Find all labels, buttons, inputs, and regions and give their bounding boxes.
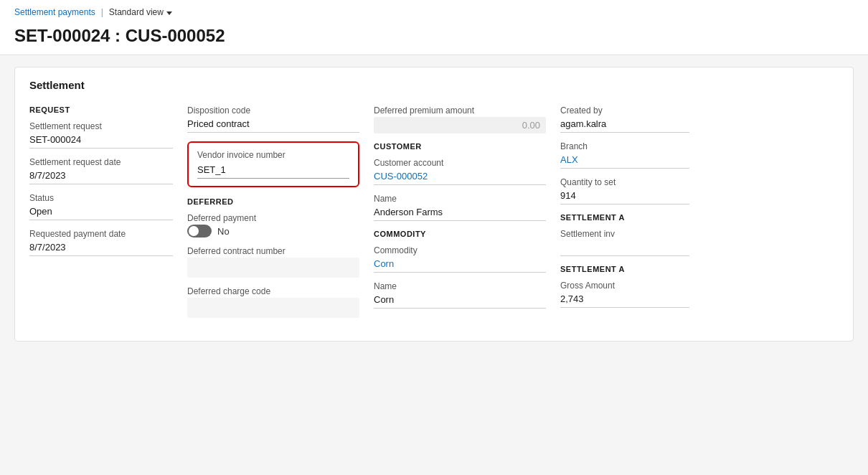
settlement-invoice-value: [560, 240, 689, 256]
settlement-request-value: SET-000024: [29, 133, 173, 149]
vendor-invoice-box[interactable]: Vendor invoice number SET_1: [187, 141, 359, 187]
deferred-payment-field: Deferred payment No: [187, 213, 359, 238]
gross-amount-value: 2,743: [560, 292, 689, 308]
customer-name-label: Name: [374, 194, 546, 204]
gross-amount-label: Gross Amount: [560, 281, 689, 291]
deferred-payment-toggle[interactable]: [187, 225, 212, 238]
vendor-invoice-label: Vendor invoice number: [197, 150, 349, 160]
breadcrumb: Settlement payments | Standard view: [14, 7, 854, 17]
created-by-value: agam.kalra: [560, 117, 689, 133]
deferred-contract-number-field: Deferred contract number: [187, 246, 359, 278]
settlement-request-label: Settlement request: [29, 121, 173, 131]
chevron-down-icon: [166, 11, 172, 15]
branch-label: Branch: [560, 141, 689, 151]
col-disposition: Disposition code Priced contract Vendor …: [187, 103, 374, 326]
col-created: Created by agam.kalra Branch ALX Quantit…: [560, 103, 704, 326]
status-label: Status: [29, 193, 173, 203]
top-bar: Settlement payments | Standard view SET-…: [0, 0, 868, 55]
settlement-a-section-label: SETTLEMENT A: [560, 265, 689, 273]
request-section-label: REQUEST: [29, 105, 173, 114]
settlement-invoice-field: Settlement inv: [560, 229, 689, 256]
customer-account-label: Customer account: [374, 158, 546, 168]
card-title: Settlement: [29, 79, 839, 91]
standard-view-dropdown[interactable]: Standard view: [109, 7, 172, 17]
created-by-label: Created by: [560, 105, 689, 116]
customer-name-field: Name Anderson Farms: [374, 194, 546, 221]
gross-amount-field: Gross Amount 2,743: [560, 281, 689, 308]
deferred-charge-code-value[interactable]: [187, 298, 359, 318]
settlement-request-date-value: 8/7/2023: [29, 169, 173, 184]
status-value: Open: [29, 204, 173, 220]
settlement-request-field: Settlement request SET-000024: [29, 121, 173, 149]
created-by-field: Created by agam.kalra: [560, 105, 689, 133]
commodity-name-value: Corn: [374, 293, 546, 309]
requested-payment-date-field: Requested payment date 8/7/2023: [29, 229, 173, 256]
requested-payment-date-label: Requested payment date: [29, 229, 173, 239]
deferred-payment-toggle-row: No: [187, 225, 359, 238]
quantity-to-set-value: 914: [560, 189, 689, 204]
form-grid: REQUEST Settlement request SET-000024 Se…: [29, 103, 839, 326]
branch-field: Branch ALX: [560, 141, 689, 169]
commodity-name-label: Name: [374, 281, 546, 291]
settlement-request-date-field: Settlement request date 8/7/2023: [29, 157, 173, 184]
commodity-field: Commodity Corn: [374, 245, 546, 273]
deferred-premium-field: Deferred premium amount 0.00: [374, 105, 546, 133]
deferred-payment-toggle-label: No: [217, 226, 230, 237]
quantity-to-set-field: Quantity to set 914: [560, 177, 689, 204]
deferred-premium-label: Deferred premium amount: [374, 105, 546, 116]
customer-account-value[interactable]: CUS-000052: [374, 169, 546, 185]
main-content: Settlement REQUEST Settlement request SE…: [0, 55, 868, 353]
customer-name-value: Anderson Farms: [374, 205, 546, 221]
deferred-payment-label: Deferred payment: [187, 213, 359, 223]
customer-account-field: Customer account CUS-000052: [374, 158, 546, 185]
quantity-to-set-label: Quantity to set: [560, 177, 689, 187]
settlement-invoice-label: Settlement inv: [560, 229, 689, 239]
customer-section-label: CUSTOMER: [374, 142, 546, 151]
page-title: SET-000024 : CUS-000052: [14, 22, 854, 55]
settlement-amount-section-label: SETTLEMENT A: [560, 213, 689, 222]
breadcrumb-link[interactable]: Settlement payments: [14, 7, 95, 17]
toggle-knob: [189, 226, 199, 236]
vendor-invoice-value[interactable]: SET_1: [197, 163, 349, 179]
commodity-label: Commodity: [374, 245, 546, 255]
requested-payment-date-value: 8/7/2023: [29, 240, 173, 256]
settlement-request-date-label: Settlement request date: [29, 157, 173, 167]
deferred-contract-number-label: Deferred contract number: [187, 246, 359, 256]
deferred-contract-number-value[interactable]: [187, 258, 359, 278]
branch-value[interactable]: ALX: [560, 153, 689, 169]
settlement-card: Settlement REQUEST Settlement request SE…: [14, 67, 854, 342]
deferred-section-label: DEFERRED: [187, 197, 359, 206]
deferred-charge-code-field: Deferred charge code: [187, 286, 359, 318]
disposition-code-value: Priced contract: [187, 117, 359, 133]
status-field: Status Open: [29, 193, 173, 220]
commodity-section-label: COMMODITY: [374, 230, 546, 238]
disposition-code-field: Disposition code Priced contract: [187, 105, 359, 133]
breadcrumb-separator: |: [101, 7, 103, 17]
disposition-code-label: Disposition code: [187, 105, 359, 116]
commodity-name-field: Name Corn: [374, 281, 546, 309]
deferred-charge-code-label: Deferred charge code: [187, 286, 359, 296]
col-request: REQUEST Settlement request SET-000024 Se…: [29, 103, 187, 326]
col-customer: Deferred premium amount 0.00 CUSTOMER Cu…: [374, 103, 560, 326]
deferred-premium-value: 0.00: [374, 117, 546, 133]
commodity-value[interactable]: Corn: [374, 257, 546, 273]
